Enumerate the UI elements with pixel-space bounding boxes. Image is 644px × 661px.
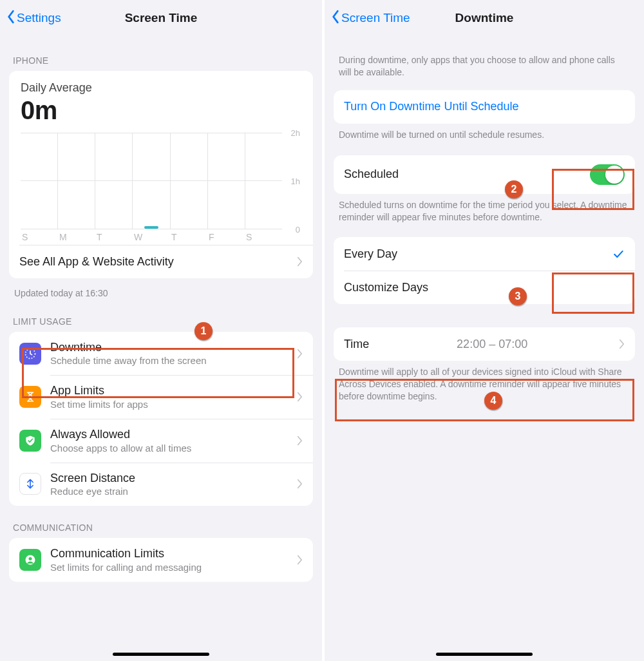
time-footnote: Downtime will apply to all of your devic… xyxy=(334,361,635,403)
daily-average-label: Daily Average xyxy=(21,81,301,95)
daily-average-value: 0m xyxy=(21,96,301,125)
navbar-right: Screen Time Downtime xyxy=(325,0,644,36)
see-all-activity-row[interactable]: See All App & Website Activity xyxy=(9,245,313,278)
updated-label: Updated today at 16:30 xyxy=(9,278,313,300)
page-title: Screen Time xyxy=(125,11,198,25)
turn-on-card: Turn On Downtime Until Schedule xyxy=(334,90,635,124)
turn-on-label: Turn On Downtime Until Schedule xyxy=(344,100,518,113)
scheduled-toggle[interactable] xyxy=(590,164,625,185)
scheduled-label: Scheduled xyxy=(344,168,399,181)
screen-time-pane: Settings Screen Time IPHONE Daily Averag… xyxy=(0,0,322,661)
always-allowed-row[interactable]: Always Allowed Choose apps to allow at a… xyxy=(9,419,313,463)
communication-limits-sub: Set limits for calling and messaging xyxy=(50,562,297,573)
home-indicator[interactable] xyxy=(436,653,533,656)
section-header-limit: LIMIT USAGE xyxy=(9,300,313,332)
check-shield-icon xyxy=(19,430,41,452)
usage-card: Daily Average 0m 2h1h0 SMTWTFS See All A… xyxy=(9,71,313,278)
chevron-left-icon xyxy=(331,10,340,27)
section-header-communication: COMMUNICATION xyxy=(9,506,313,538)
communication-card: Communication Limits Set limits for call… xyxy=(9,538,313,582)
screen-distance-row[interactable]: Screen Distance Reduce eye strain xyxy=(9,463,313,506)
app-limits-title: App Limits xyxy=(50,384,297,398)
chevron-right-icon xyxy=(297,555,303,565)
downtime-sub: Schedule time away from the screen xyxy=(50,355,297,366)
communication-limits-title: Communication Limits xyxy=(50,547,297,561)
back-label: Screen Time xyxy=(341,11,410,25)
chevron-left-icon xyxy=(6,10,15,27)
chevron-right-icon xyxy=(297,392,303,402)
scheduled-card: Scheduled xyxy=(334,155,635,194)
back-button[interactable]: Settings xyxy=(6,10,61,27)
navbar-left: Settings Screen Time xyxy=(0,0,322,36)
distance-icon xyxy=(19,473,41,495)
screen-distance-title: Screen Distance xyxy=(50,472,297,486)
section-header-iphone: IPHONE xyxy=(9,36,313,71)
screen-distance-sub: Reduce eye strain xyxy=(50,486,297,497)
every-day-row[interactable]: Every Day xyxy=(334,237,635,271)
time-card: Time 22:00 – 07:00 xyxy=(334,327,635,361)
communication-limits-row[interactable]: Communication Limits Set limits for call… xyxy=(9,538,313,582)
time-value: 22:00 – 07:00 xyxy=(457,338,527,351)
page-title: Downtime xyxy=(455,11,514,25)
svg-point-2 xyxy=(29,557,32,560)
limit-usage-card: Downtime Schedule time away from the scr… xyxy=(9,332,313,506)
time-row[interactable]: Time 22:00 – 07:00 xyxy=(334,327,635,361)
customize-days-row[interactable]: Customize Days xyxy=(334,271,635,304)
person-icon xyxy=(19,549,41,571)
checkmark-icon xyxy=(612,247,625,260)
time-label: Time xyxy=(344,338,369,351)
chevron-right-icon xyxy=(297,479,303,489)
days-card: Every Day Customize Days xyxy=(334,237,635,304)
chevron-right-icon xyxy=(297,349,303,359)
chevron-right-icon xyxy=(297,436,303,446)
back-button[interactable]: Screen Time xyxy=(331,10,410,27)
downtime-pane: Screen Time Downtime During downtime, on… xyxy=(322,0,644,661)
customize-days-label: Customize Days xyxy=(344,281,428,294)
downtime-title: Downtime xyxy=(50,341,297,355)
hourglass-icon xyxy=(19,386,41,408)
every-day-label: Every Day xyxy=(344,247,397,261)
home-indicator[interactable] xyxy=(113,653,209,656)
downtime-row[interactable]: Downtime Schedule time away from the scr… xyxy=(9,332,313,376)
always-allowed-title: Always Allowed xyxy=(50,428,297,442)
scheduled-footnote: Scheduled turns on downtime for the time… xyxy=(334,194,635,224)
downtime-icon xyxy=(19,343,41,365)
see-all-label: See All App & Website Activity xyxy=(19,255,174,269)
chevron-right-icon xyxy=(619,339,625,349)
scheduled-row: Scheduled xyxy=(334,155,635,194)
back-label: Settings xyxy=(17,11,61,25)
app-limits-row[interactable]: App Limits Set time limits for apps xyxy=(9,375,313,419)
app-limits-sub: Set time limits for apps xyxy=(50,399,297,410)
downtime-intro: During downtime, only apps that you choo… xyxy=(334,36,635,90)
chevron-right-icon xyxy=(297,256,303,267)
always-allowed-sub: Choose apps to allow at all times xyxy=(50,443,297,454)
usage-chart: 2h1h0 xyxy=(21,133,301,229)
turn-on-downtime-row[interactable]: Turn On Downtime Until Schedule xyxy=(334,90,635,124)
turn-on-footnote: Downtime will be turned on until schedul… xyxy=(334,124,635,141)
